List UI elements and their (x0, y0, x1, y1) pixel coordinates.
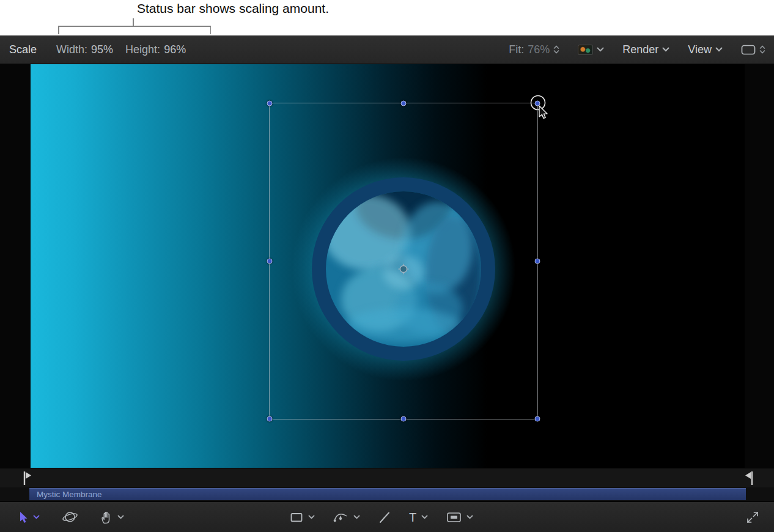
render-label: Render (622, 43, 658, 56)
toolbar-right-group (746, 502, 759, 532)
scale-width-readout: Width: 95% (56, 43, 113, 56)
rectangle-icon (290, 511, 303, 524)
layer-name: Mystic Membrane (37, 490, 102, 499)
stepper-icon (553, 45, 559, 54)
selection-handle-bottom-center[interactable] (401, 416, 407, 422)
display-icon (741, 45, 756, 55)
toolbar-left-group (18, 502, 124, 532)
chevron-down-icon (421, 515, 428, 519)
selection-handle-top-right[interactable] (535, 101, 540, 106)
toolbar: T (0, 501, 774, 532)
zoom-fit-control[interactable]: Fit: 76% (509, 43, 559, 56)
chevron-down-icon (715, 47, 723, 52)
background-swatch-menu[interactable] (578, 45, 604, 55)
color-swatch-icon (578, 45, 593, 55)
selection-handle-top-left[interactable] (267, 101, 273, 106)
select-transform-tool[interactable] (18, 511, 40, 523)
image-mask-icon (446, 511, 462, 523)
brush-stroke-icon (378, 511, 391, 523)
width-value: 95% (91, 43, 113, 56)
render-menu[interactable]: Render (622, 43, 669, 56)
timeline-layer-bar[interactable]: Mystic Membrane (29, 488, 746, 500)
selection-handle-bottom-right[interactable] (535, 416, 540, 422)
height-value: 96% (164, 43, 186, 56)
view-label: View (688, 43, 712, 56)
transform-3d-tool[interactable] (62, 510, 78, 524)
selection-box[interactable] (269, 103, 538, 419)
motion-window: Status bar shows scaling amount. Scale W… (0, 0, 774, 532)
text-tool[interactable]: T (409, 511, 428, 523)
orbit-3d-icon (62, 510, 78, 524)
display-layout-control[interactable] (741, 45, 765, 55)
chevron-down-icon (353, 515, 360, 519)
expand-view-button[interactable] (746, 511, 759, 524)
toolbar-center-group: T (290, 502, 473, 532)
callout-bracket-line (58, 26, 211, 27)
chevron-down-icon (33, 515, 40, 519)
chevron-down-icon (308, 515, 315, 519)
status-bar-controls: Fit: 76% Render View (509, 35, 765, 64)
selection-handle-mid-right[interactable] (535, 259, 540, 264)
status-bar: Scale Width: 95% Height: 96% Fit: 76% (0, 35, 774, 64)
height-label: Height: (125, 43, 160, 56)
view-menu[interactable]: View (688, 43, 723, 56)
callout-bracket-tick-left (58, 26, 59, 34)
text-tool-icon: T (409, 511, 416, 523)
width-label: Width: (56, 43, 87, 56)
mini-timeline[interactable] (0, 468, 774, 487)
chevron-down-icon (117, 515, 124, 519)
fit-value: 76% (528, 43, 550, 56)
stepper-icon (759, 45, 765, 54)
paint-stroke-tool[interactable] (378, 511, 391, 523)
pan-tool[interactable] (100, 511, 124, 524)
expand-arrows-icon (746, 511, 759, 524)
selection-handle-top-center[interactable] (401, 101, 407, 106)
anchor-point-icon[interactable] (398, 264, 409, 275)
timeline-track-row: Mystic Membrane (0, 487, 774, 501)
bezier-pen-icon (333, 511, 348, 524)
selection-handle-bottom-left[interactable] (267, 416, 273, 422)
fit-label: Fit: (509, 43, 524, 56)
rectangle-tool[interactable] (290, 511, 315, 524)
play-range-in-marker[interactable] (22, 470, 32, 486)
chevron-down-icon (662, 47, 669, 52)
selection-handle-mid-left[interactable] (267, 259, 273, 264)
callout-bracket-tick-right (210, 26, 212, 34)
status-readout: Scale Width: 95% Height: 96% (9, 35, 198, 64)
select-arrow-icon (18, 511, 28, 523)
annotation-area: Status bar shows scaling amount. (0, 0, 774, 35)
image-mask-tool[interactable] (446, 511, 473, 523)
chevron-down-icon (466, 515, 473, 519)
chevron-down-icon (597, 47, 604, 52)
play-range-out-marker[interactable] (745, 470, 754, 486)
bezier-tool[interactable] (333, 511, 360, 524)
callout-bracket-stem (133, 18, 134, 26)
active-tool-label: Scale (9, 43, 37, 56)
scale-height-readout: Height: 96% (125, 43, 186, 56)
canvas[interactable] (0, 64, 774, 468)
annotation-text: Status bar shows scaling amount. (137, 1, 329, 16)
hand-icon (100, 511, 112, 524)
